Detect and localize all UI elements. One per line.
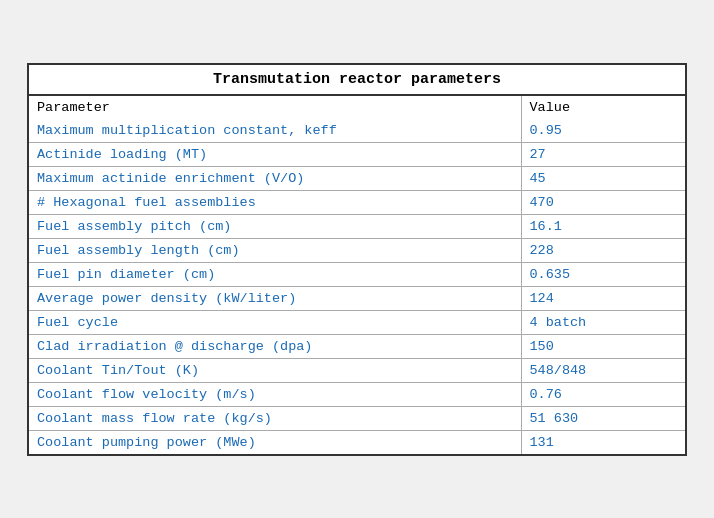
row-value: 45 — [521, 166, 685, 190]
row-parameter: Fuel cycle — [29, 310, 521, 334]
table-row: Coolant mass flow rate (kg/s)51 630 — [29, 406, 685, 430]
row-value: 131 — [521, 430, 685, 454]
table-header-row: Parameter Value — [29, 96, 685, 119]
table-row: Coolant Tin/Tout (K)548/848 — [29, 358, 685, 382]
table-row: Fuel pin diameter (cm)0.635 — [29, 262, 685, 286]
table-title: Transmutation reactor parameters — [29, 65, 685, 96]
row-parameter: Coolant Tin/Tout (K) — [29, 358, 521, 382]
table-row: Fuel assembly pitch (cm)16.1 — [29, 214, 685, 238]
row-parameter: Actinide loading (MT) — [29, 142, 521, 166]
table-row: Maximum actinide enrichment (V/O)45 — [29, 166, 685, 190]
row-parameter: Maximum actinide enrichment (V/O) — [29, 166, 521, 190]
row-value: 470 — [521, 190, 685, 214]
row-parameter: Clad irradiation @ discharge (dpa) — [29, 334, 521, 358]
parameters-table: Parameter Value Maximum multiplication c… — [29, 96, 685, 454]
table-row: # Hexagonal fuel assemblies470 — [29, 190, 685, 214]
row-parameter: Fuel assembly length (cm) — [29, 238, 521, 262]
table-row: Fuel assembly length (cm)228 — [29, 238, 685, 262]
table-row: Clad irradiation @ discharge (dpa)150 — [29, 334, 685, 358]
header-parameter: Parameter — [29, 96, 521, 119]
transmutation-table: Transmutation reactor parameters Paramet… — [27, 63, 687, 456]
table-row: Fuel cycle4 batch — [29, 310, 685, 334]
table-row: Coolant flow velocity (m/s)0.76 — [29, 382, 685, 406]
header-value: Value — [521, 96, 685, 119]
row-parameter: Coolant pumping power (MWe) — [29, 430, 521, 454]
row-value: 124 — [521, 286, 685, 310]
row-value: 16.1 — [521, 214, 685, 238]
row-value: 0.635 — [521, 262, 685, 286]
row-value: 150 — [521, 334, 685, 358]
row-parameter: Fuel pin diameter (cm) — [29, 262, 521, 286]
table-row: Actinide loading (MT)27 — [29, 142, 685, 166]
row-value: 27 — [521, 142, 685, 166]
table-row: Coolant pumping power (MWe)131 — [29, 430, 685, 454]
table-row: Average power density (kW/liter)124 — [29, 286, 685, 310]
row-value: 0.95 — [521, 119, 685, 143]
row-value: 4 batch — [521, 310, 685, 334]
row-value: 51 630 — [521, 406, 685, 430]
row-parameter: Average power density (kW/liter) — [29, 286, 521, 310]
row-parameter: # Hexagonal fuel assemblies — [29, 190, 521, 214]
row-parameter: Coolant mass flow rate (kg/s) — [29, 406, 521, 430]
table-row: Maximum multiplication constant, keff0.9… — [29, 119, 685, 143]
row-parameter: Maximum multiplication constant, keff — [29, 119, 521, 143]
row-value: 0.76 — [521, 382, 685, 406]
row-value: 548/848 — [521, 358, 685, 382]
row-parameter: Coolant flow velocity (m/s) — [29, 382, 521, 406]
table-body: Maximum multiplication constant, keff0.9… — [29, 119, 685, 454]
row-parameter: Fuel assembly pitch (cm) — [29, 214, 521, 238]
row-value: 228 — [521, 238, 685, 262]
